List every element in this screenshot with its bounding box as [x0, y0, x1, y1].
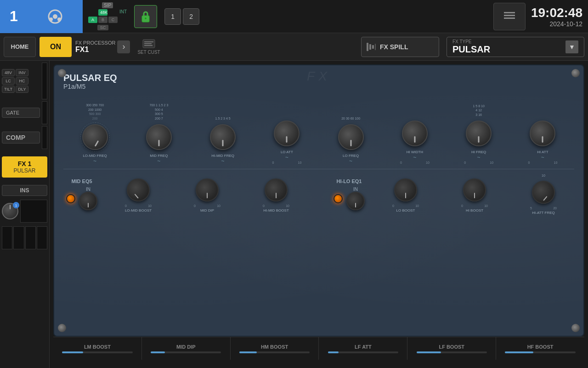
knob-hi-width[interactable] [400, 119, 430, 148]
screw-tl [58, 69, 66, 77]
knob-lo-boost[interactable] [392, 177, 419, 203]
bottom-label-lf-att: LF ATT [355, 344, 372, 350]
knob-lo-freq[interactable] [336, 122, 366, 152]
set-cust-label: SET CUST [137, 50, 160, 55]
screw-tr [571, 69, 580, 77]
svg-point-5 [145, 17, 147, 19]
label-mid-freq: MID FREQ [150, 154, 168, 158]
knob-group-hi-att-freq: 10 520 HI-ATT FREQ [513, 174, 574, 215]
main-content: FX PULSAR EQ P1a/M5 300 350 700 200 [50, 61, 588, 368]
fx-type-selector[interactable]: FX TYPE PULSAR ▼ [447, 37, 584, 57]
monitor-btn-1[interactable]: 1 [164, 8, 181, 25]
fx1-label: FX 1 [6, 160, 44, 167]
bottom-meters [2, 226, 47, 249]
top-bar: 1 SIP 48K A B C SC INT [0, 0, 588, 33]
sc-btn[interactable]: SC [97, 25, 109, 30]
home-button[interactable]: HOME [4, 37, 36, 57]
rate-48k[interactable]: 48K [98, 9, 107, 16]
sidebar-controls-row: 48V INV LC HC TILT DLY [2, 63, 47, 99]
clock-date: 2024-10-12 [549, 20, 582, 28]
svg-rect-15 [372, 45, 374, 49]
knob-lo-mid-freq[interactable] [80, 122, 110, 152]
knob-lo-att[interactable] [272, 119, 301, 148]
bottom-bar-lm-boost [62, 351, 132, 353]
fx-processor-arrow[interactable]: › [117, 40, 130, 53]
comp-meter [42, 126, 47, 149]
fx-type-dropdown-arrow[interactable]: ▼ [565, 40, 578, 53]
knob-hi-freq[interactable] [464, 119, 493, 148]
meter-bar-2 [13, 226, 24, 249]
svg-rect-13 [367, 43, 368, 51]
mid-eq5-led[interactable] [66, 194, 75, 203]
hi-lo-eq1-title: HI-LO EQ1 [336, 178, 362, 184]
set-cust-button[interactable]: SET CUST [137, 39, 160, 55]
knob-row-1: 300 350 700 200 1000 500 300 200 LO-MID … [63, 96, 574, 164]
left-sidebar: 48V INV LC HC TILT DLY GATE COMP FX 1 PU… [0, 61, 50, 368]
btn-dly[interactable]: DLY [16, 86, 28, 93]
bottom-bar-hf-boost [505, 351, 575, 353]
knob-hi-mid-boost[interactable] [263, 177, 289, 203]
fx-watermark: FX [307, 69, 331, 84]
monitor-btn-2[interactable]: 2 [183, 8, 199, 25]
label-hi-width: HI WIDTH [407, 150, 423, 154]
knob-hi-boost[interactable] [461, 177, 488, 203]
fx-processor-label: FX PROCESSOR [75, 40, 115, 46]
fader-badge: 1 [13, 202, 19, 208]
knob-hi-lo-eq1-in[interactable] [346, 192, 365, 210]
bottom-bar-hm-boost [239, 351, 310, 353]
btn-inv[interactable]: INV [16, 69, 28, 76]
svg-rect-16 [375, 44, 376, 50]
knob-hi-att-freq[interactable] [530, 179, 557, 206]
fx-processor-block: FX PROCESSOR FX1 › [75, 40, 130, 54]
bottom-param-lf-boost: LF BOOST [407, 337, 496, 360]
knob-group-hi-mid-boost: 010 HI-MID BOOST [245, 177, 307, 213]
svg-rect-7 [504, 15, 515, 16]
label-lo-mid-boost: LO-MID BOOST [125, 208, 152, 213]
fx-spill-button[interactable]: FX SPILL [361, 37, 439, 57]
bottom-label-hf-boost: HF BOOST [527, 344, 554, 350]
second-bar: HOME ON FX PROCESSOR FX1 › SET CUST FX S… [0, 33, 588, 61]
gate-button[interactable]: GATE [2, 108, 40, 118]
svg-point-2 [49, 17, 53, 21]
fx1-button[interactable]: FX 1 PULSAR [2, 156, 47, 178]
on-button[interactable]: ON [40, 37, 72, 57]
monitor-buttons: 1 2 [164, 8, 199, 25]
knob-mid-dip[interactable] [194, 177, 220, 203]
meter-bar-4 [37, 226, 47, 249]
screw-bl [58, 324, 66, 332]
rate-a[interactable]: A [88, 17, 97, 23]
fx-panel: FX PULSAR EQ P1a/M5 300 350 700 200 [53, 64, 584, 337]
fader-knob[interactable]: 1 [2, 203, 18, 219]
lock-button[interactable] [134, 5, 157, 28]
hi-lo-eq1-section: HI-LO EQ1 IN [331, 178, 368, 210]
rate-int: INT [119, 9, 127, 30]
tools-button[interactable] [493, 3, 526, 30]
knob-lo-mid-boost[interactable] [125, 177, 152, 203]
btn-tilt[interactable]: TILT [2, 86, 15, 93]
sidebar-meter-1 [42, 63, 47, 99]
rate-b[interactable]: B [98, 17, 107, 23]
knob-hi-mid-freq[interactable] [208, 122, 237, 152]
channel-icon [28, 0, 83, 33]
rate-c[interactable]: C [108, 17, 118, 23]
knob-hi-att[interactable] [528, 119, 557, 148]
ins-button[interactable]: INS [2, 185, 47, 196]
bottom-param-mid-dip: MID DIP [142, 337, 231, 360]
fx-spill-label: FX SPILL [380, 43, 408, 51]
label-lo-boost: LO BOOST [396, 208, 415, 213]
bottom-fill-lm-boost [62, 351, 83, 353]
knob-mid-eq5-in[interactable] [79, 192, 97, 210]
btn-lc[interactable]: LC [2, 77, 15, 85]
meter-bar-1 [2, 226, 12, 249]
gate-row: GATE [2, 101, 47, 124]
bottom-fill-hf-boost [505, 351, 533, 353]
knob-group-lo-mid-freq: 300 350 700 200 1000 500 300 200 LO-MID … [63, 103, 126, 164]
channel-number[interactable]: 1 [0, 0, 28, 33]
comp-button[interactable]: COMP [2, 132, 40, 144]
knob-group-lo-att: LO ATT ~ 010 [255, 96, 318, 164]
btn-48v[interactable]: 48V [2, 69, 15, 76]
hi-lo-eq1-led[interactable] [334, 194, 343, 203]
knob-group-hi-att: HI ATT ~ 010 [511, 96, 574, 164]
btn-hc[interactable]: HC [16, 77, 28, 85]
knob-mid-freq[interactable] [144, 122, 174, 152]
